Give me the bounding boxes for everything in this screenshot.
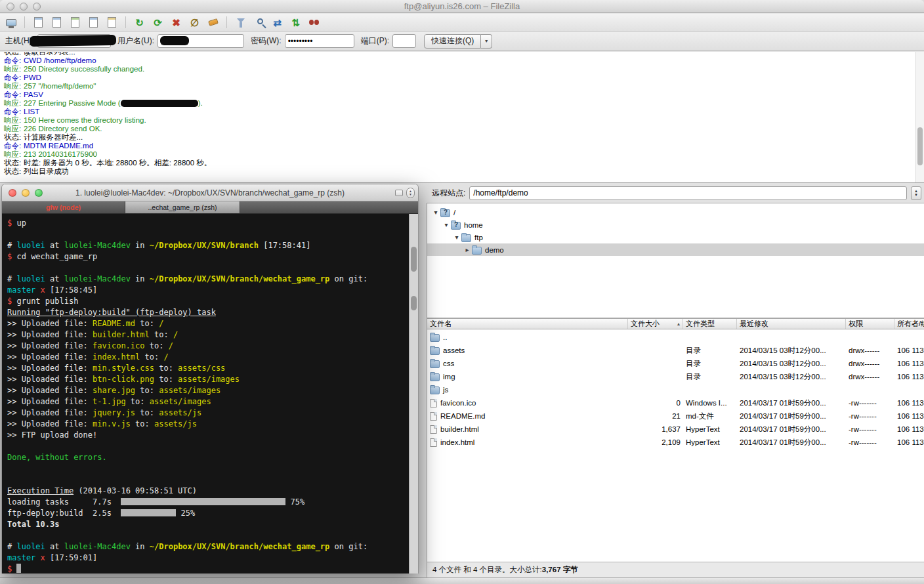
quickconnect-button[interactable]: 快速连接(Q) (424, 34, 481, 49)
directory-comparison-icon[interactable]: ⇄ (269, 15, 285, 30)
file-cell: .. (427, 333, 628, 342)
password-input[interactable] (285, 34, 354, 48)
column-header-name[interactable]: 文件名 (427, 319, 628, 329)
disclosure-down-icon[interactable]: ▾ (442, 221, 451, 228)
file-search-icon[interactable] (251, 15, 267, 30)
file-icon (430, 399, 437, 407)
log-line: 命令:MDTM README.md (4, 142, 912, 150)
file-row[interactable]: builder.html1,637HyperText2014/03/17 01时… (427, 423, 924, 436)
sort-asc-icon: ▴ (677, 321, 680, 327)
toggle-local-tree-icon[interactable] (49, 15, 65, 30)
column-header-type[interactable]: 文件类型 (683, 319, 737, 329)
remote-status-size: 3,767 字节 (542, 565, 578, 575)
log-line: 响应:257 "/home/ftp/demo" (4, 82, 912, 91)
terminal-titlebar: 1. luolei@luolei-Mac4dev: ~/Dropbox/UX/S… (2, 184, 418, 201)
close-button[interactable] (9, 189, 16, 197)
tree-item-ftp[interactable]: ▾ftp (427, 231, 924, 243)
file-row[interactable]: js (427, 383, 924, 396)
file-cell: drwx------ (846, 360, 894, 367)
toolbar-separator (125, 16, 126, 28)
folder-icon (472, 247, 482, 255)
terminal-line: Running "ftp-deploy:build" (ftp-deploy) … (7, 307, 409, 318)
tree-item-home[interactable]: ▾home (427, 219, 924, 231)
refresh-icon[interactable]: ↻ (131, 15, 148, 30)
file-row[interactable]: img目录2014/03/15 03时12分00...drwx------106… (427, 370, 924, 383)
file-row[interactable]: .. (427, 331, 924, 344)
terminal-line: $ cd wechat_game_rp (7, 251, 409, 262)
toggle-remote-tree-icon[interactable] (67, 15, 83, 30)
column-header-size[interactable]: 文件大小▴ (628, 319, 683, 329)
username-label: 用户名(U): (117, 35, 154, 47)
terminal-line: >> Uploaded file: t-1.jpg to: assets/ima… (7, 396, 409, 407)
minimize-button[interactable] (20, 3, 28, 10)
toggle-log-icon (34, 17, 43, 28)
file-cell: 106 113 (894, 412, 924, 420)
toggle-log-icon[interactable] (30, 15, 47, 30)
find-files-icon[interactable] (306, 15, 322, 30)
path-stepper[interactable]: ▲▼ (911, 186, 921, 200)
disclosure-down-icon[interactable]: ▾ (431, 209, 440, 216)
file-row[interactable]: favicon.ico0Windows I...2014/03/17 01时59… (427, 396, 924, 409)
file-row[interactable]: assets目录2014/03/15 03时12分00...drwx------… (427, 344, 924, 357)
folder-question-icon (440, 209, 450, 217)
toggle-remote-tree-icon (71, 17, 79, 28)
terminal-line (7, 262, 409, 274)
terminal-line: Done, without errors. (7, 452, 409, 463)
port-input[interactable] (392, 34, 416, 48)
split-pane-icon[interactable] (395, 190, 403, 196)
toggle-queue-icon[interactable] (85, 15, 102, 30)
log-line: 命令:CWD /home/ftp/demo (4, 56, 912, 65)
terminal-line: Total 10.3s (7, 519, 409, 530)
synchronized-browsing-icon: ⇅ (291, 18, 300, 28)
file-cell: index.html (427, 438, 628, 447)
minimize-button[interactable] (22, 189, 30, 197)
file-cell: HyperText (683, 425, 737, 433)
tree-item-root[interactable]: ▾/ (427, 206, 924, 219)
message-log: 状态:读取目录列表...命令:CWD /home/ftp/demo响应:250 … (0, 52, 915, 182)
file-cell: drwx------ (846, 373, 894, 381)
reconnect-icon[interactable]: ⟳ (150, 15, 166, 30)
column-header-owner[interactable]: 所有者/组 (894, 319, 924, 329)
cancel-icon: ✖ (172, 18, 180, 28)
terminal-output[interactable]: $ up# luolei at luolei-Mac4dev in ~/Drop… (2, 214, 409, 574)
file-cell: Windows I... (683, 399, 737, 407)
file-cell: js (427, 385, 628, 394)
synchronized-browsing-icon[interactable]: ⇅ (287, 15, 304, 30)
scrollbar-thumb[interactable] (917, 127, 923, 165)
column-header-perm[interactable]: 权限 (846, 319, 894, 329)
terminal-tab[interactable]: gfw (node) (2, 201, 125, 213)
terminal-line: >> FTP upload done! (7, 430, 409, 441)
file-cell: 2014/03/17 01时59分00... (737, 411, 846, 421)
disconnect-icon[interactable]: ∅ (186, 15, 203, 30)
tab-overflow-stepper[interactable]: ▲▼ (406, 188, 415, 198)
toggle-processing-icon[interactable] (104, 15, 120, 30)
remote-path-input[interactable] (469, 186, 907, 200)
close-button[interactable] (7, 3, 14, 10)
file-cell: 106 113 (894, 346, 924, 354)
quickconnect-dropdown[interactable]: ▼ (481, 34, 492, 49)
clear-queue-icon[interactable] (205, 15, 221, 30)
terminal-line (7, 463, 409, 474)
terminal-scrollbar[interactable] (409, 214, 418, 574)
zoom-button[interactable] (35, 189, 43, 197)
file-row[interactable]: css目录2014/03/15 03时12分00...drwx------106… (427, 357, 924, 370)
terminal-line: >> Uploaded file: builder.html to: / (7, 329, 409, 341)
disclosure-right-icon[interactable]: ▸ (463, 246, 472, 253)
column-header-mod[interactable]: 最近修改 (737, 319, 846, 329)
terminal-title: 1. luolei@luolei-Mac4dev: ~/Dropbox/UX/S… (2, 188, 418, 198)
file-row[interactable]: index.html2,109HyperText2014/03/17 01时59… (427, 436, 924, 449)
zoom-button[interactable] (33, 3, 41, 10)
file-cell: 2014/03/15 03时12分00... (737, 346, 846, 356)
log-scrollbar[interactable] (915, 52, 924, 182)
filter-icon[interactable] (232, 15, 249, 30)
terminal-tab-bar: gfw (node)..echat_game_rp (zsh) (2, 201, 418, 214)
file-cell: 106 113 (894, 425, 924, 433)
site-manager-icon[interactable] (3, 15, 19, 30)
terminal-tab[interactable]: ..echat_game_rp (zsh) (125, 201, 240, 213)
log-line: 命令:LIST (4, 108, 912, 116)
tree-item-demo[interactable]: ▸demo (427, 243, 924, 256)
cancel-icon[interactable]: ✖ (168, 15, 184, 30)
disclosure-down-icon[interactable]: ▾ (452, 234, 461, 241)
file-row[interactable]: README.md21md-文件2014/03/17 01时59分00...-r… (427, 409, 924, 423)
scrollbar-thumb[interactable] (411, 247, 417, 272)
